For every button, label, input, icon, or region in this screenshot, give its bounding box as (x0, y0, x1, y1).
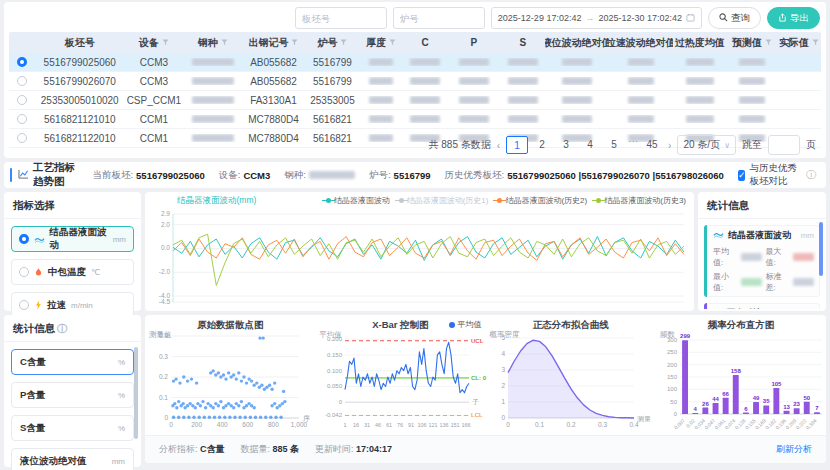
analysis-charts-card: 测量值 原始数据散点图 00.10.20.30.402004006008001,… (145, 315, 826, 463)
compare-label: 与历史优秀板坯对比 (749, 162, 802, 188)
column-header-label: 炉号 (317, 36, 337, 50)
redacted-value (686, 115, 714, 123)
svg-text:0: 0 (169, 421, 173, 428)
page-number-3[interactable]: 3 (556, 136, 576, 152)
prev-page-button[interactable]: ‹ (497, 140, 500, 151)
row-radio[interactable] (17, 95, 27, 105)
slab-table: 板坯号设备钢种出钢记号炉号厚度CPS液位波动绝对值拉速波动绝对值过热度均值预测值… (9, 32, 821, 148)
xbar-legend-label: 平均值 (458, 319, 482, 330)
cell-speed (609, 96, 673, 104)
table-row[interactable]: 5516799026070CCM3AB0556825516799 (9, 72, 821, 91)
filter-icon[interactable] (162, 37, 169, 48)
svg-text:0.394: 0.394 (804, 417, 817, 430)
page-number-45[interactable]: 45 (642, 136, 662, 152)
furnace-no-input[interactable] (393, 7, 485, 29)
export-button[interactable]: 导出 (767, 7, 820, 29)
filter-icon[interactable] (291, 37, 298, 48)
xbar-legend[interactable]: 平均值 (449, 319, 482, 330)
scatter-chart-slot: 测量值 原始数据散点图 00.10.20.30.402004006008001,… (145, 317, 315, 435)
indicator-panel-title: 指标选择 (4, 192, 141, 219)
table-row[interactable]: 5516799025060CCM3AB0556825516799 (9, 53, 821, 72)
compare-toggle[interactable]: ✓ 与历史优秀板坯对比 ⓘ (738, 162, 826, 188)
svg-text:31: 31 (364, 422, 370, 428)
filter-icon[interactable] (340, 37, 347, 48)
indicator-radio[interactable] (19, 267, 29, 277)
svg-text:200: 200 (667, 362, 678, 368)
cell-thickness (359, 58, 403, 66)
stats-info-panel: 统计信息 结晶器液面波动mm平均值:最大值:最小值:标准差:历史对比历史优秀板坯… (698, 192, 826, 311)
svg-text:16: 16 (353, 422, 359, 428)
metric-item[interactable]: P含量% (11, 382, 134, 408)
cell-liquid (545, 77, 609, 85)
cell-s (501, 115, 545, 123)
svg-text:1,000: 1,000 (291, 421, 308, 428)
svg-text:50: 50 (803, 395, 810, 401)
indicator-radio[interactable] (19, 234, 29, 244)
legend-item[interactable]: 结晶器液面波动 (326, 195, 390, 206)
metric-scrollbar[interactable] (134, 347, 138, 439)
legend-item[interactable]: 结晶器液面波动(历史1) (399, 195, 489, 206)
indicator-item-℃[interactable]: 中包温度℃ (11, 259, 134, 285)
svg-text:4: 4 (501, 350, 505, 357)
checkbox-checked-icon[interactable]: ✓ (738, 170, 746, 181)
cell-superheat (673, 96, 727, 104)
metric-unit: mm (112, 457, 125, 466)
date-range-picker[interactable]: 2025-12-29 17:02:42 → 2025-12-30 17:02:4… (491, 7, 702, 29)
jump-page-input[interactable] (768, 135, 800, 155)
next-page-button[interactable]: › (668, 140, 671, 151)
column-header-label: C (421, 37, 428, 48)
svg-text:61: 61 (386, 422, 392, 428)
footer-item-value: 885 条 (273, 444, 300, 454)
page-number-5[interactable]: 5 (604, 136, 624, 152)
filter-icon[interactable] (389, 37, 396, 48)
legend-dot-icon (326, 198, 331, 203)
table-row[interactable]: 25353005010020CSP_CCM1FA3130A125353005 (9, 91, 821, 110)
filter-icon[interactable] (221, 37, 228, 48)
trend-info-value: 5516799025060 |5516799026070 |5516798026… (507, 170, 724, 181)
slab-table-card: 2025-12-29 17:02:42 → 2025-12-30 17:02:4… (4, 2, 826, 158)
metric-item[interactable]: S含量% (11, 415, 134, 441)
metric-label: S含量 (20, 422, 45, 435)
cell-slab: 5616821121010 (36, 114, 124, 125)
filter-icon[interactable] (812, 37, 819, 48)
page-number-1[interactable]: 1 (506, 136, 528, 154)
redacted-value (192, 115, 234, 123)
row-radio[interactable] (17, 114, 27, 124)
indicator-unit: ℃ (91, 268, 100, 277)
search-button[interactable]: 查询 (708, 7, 761, 29)
metric-label: C含量 (20, 356, 46, 369)
slab-no-input[interactable] (295, 7, 387, 29)
page-size-select[interactable]: 20 条/页∨ (677, 135, 736, 155)
redacted-value (793, 278, 814, 286)
indicator-radio[interactable] (19, 300, 29, 310)
cell-steel (184, 77, 241, 85)
svg-text:200: 200 (191, 421, 202, 428)
metric-item[interactable]: 液位波动绝对值mm (11, 448, 134, 470)
redacted-value (628, 58, 654, 66)
page-number-2[interactable]: 2 (532, 136, 552, 152)
svg-text:76: 76 (397, 422, 403, 428)
column-header-label: P (471, 37, 478, 48)
legend-item[interactable]: 结晶器液面波动(历史2) (497, 195, 587, 206)
stats-scrollbar[interactable] (819, 222, 823, 276)
footer-item-value: 17:04:17 (356, 444, 392, 454)
svg-text:0.3: 0.3 (597, 421, 606, 428)
filter-icon[interactable] (765, 37, 772, 48)
metric-item[interactable]: C含量% (11, 349, 134, 375)
row-radio[interactable] (17, 133, 27, 143)
indicator-item-mm[interactable]: 结晶器液面波动mm (11, 226, 134, 252)
jump-suffix: 页 (806, 138, 816, 152)
cell-radio (9, 133, 36, 143)
redacted-value (562, 58, 592, 66)
row-radio[interactable] (17, 76, 27, 86)
cell-c (403, 96, 447, 104)
table-row[interactable]: 5616821121010CCM1MC7880D45616821 (9, 110, 821, 129)
stats-field: 最小值: (713, 271, 762, 293)
svg-text:800: 800 (268, 421, 279, 428)
legend-item[interactable]: 结晶器液面波动(历史3) (596, 195, 686, 206)
page-number-4[interactable]: 4 (580, 136, 600, 152)
refresh-analysis-link[interactable]: 刷新分析 (776, 443, 812, 456)
row-radio[interactable] (17, 57, 27, 67)
wave-icon (34, 230, 45, 248)
column-header-label: 预测值 (732, 36, 762, 50)
